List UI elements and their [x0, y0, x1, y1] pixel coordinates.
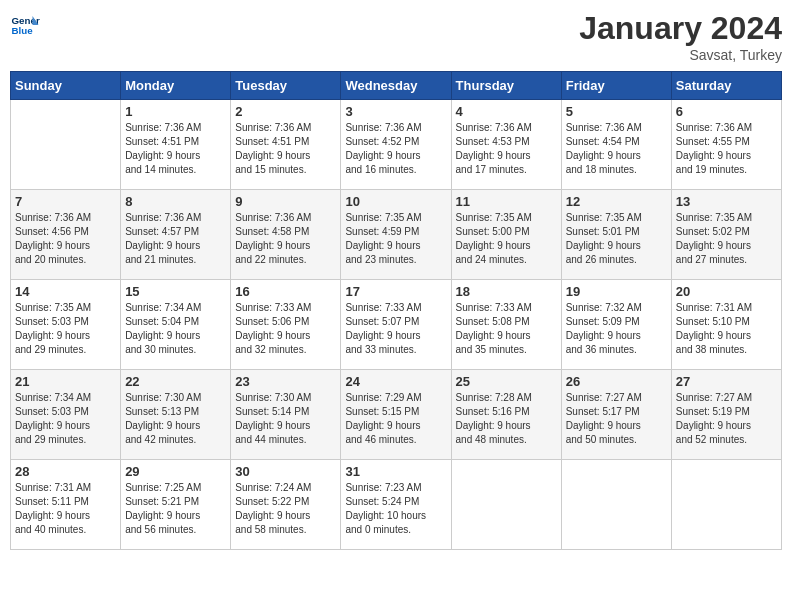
calendar-cell: 27Sunrise: 7:27 AM Sunset: 5:19 PM Dayli… [671, 370, 781, 460]
day-number: 26 [566, 374, 667, 389]
day-number: 21 [15, 374, 116, 389]
day-info: Sunrise: 7:25 AM Sunset: 5:21 PM Dayligh… [125, 481, 226, 537]
calendar-cell [561, 460, 671, 550]
calendar-cell: 29Sunrise: 7:25 AM Sunset: 5:21 PM Dayli… [121, 460, 231, 550]
day-number: 14 [15, 284, 116, 299]
day-number: 18 [456, 284, 557, 299]
day-info: Sunrise: 7:34 AM Sunset: 5:04 PM Dayligh… [125, 301, 226, 357]
day-info: Sunrise: 7:30 AM Sunset: 5:14 PM Dayligh… [235, 391, 336, 447]
day-info: Sunrise: 7:35 AM Sunset: 5:03 PM Dayligh… [15, 301, 116, 357]
calendar-cell: 3Sunrise: 7:36 AM Sunset: 4:52 PM Daylig… [341, 100, 451, 190]
day-number: 29 [125, 464, 226, 479]
day-info: Sunrise: 7:33 AM Sunset: 5:06 PM Dayligh… [235, 301, 336, 357]
day-number: 1 [125, 104, 226, 119]
day-number: 4 [456, 104, 557, 119]
calendar-cell [451, 460, 561, 550]
calendar-week-row: 1Sunrise: 7:36 AM Sunset: 4:51 PM Daylig… [11, 100, 782, 190]
day-number: 5 [566, 104, 667, 119]
calendar-cell: 22Sunrise: 7:30 AM Sunset: 5:13 PM Dayli… [121, 370, 231, 460]
day-info: Sunrise: 7:35 AM Sunset: 5:02 PM Dayligh… [676, 211, 777, 267]
calendar-cell: 7Sunrise: 7:36 AM Sunset: 4:56 PM Daylig… [11, 190, 121, 280]
calendar-cell: 28Sunrise: 7:31 AM Sunset: 5:11 PM Dayli… [11, 460, 121, 550]
svg-text:Blue: Blue [12, 25, 34, 36]
day-number: 17 [345, 284, 446, 299]
day-info: Sunrise: 7:29 AM Sunset: 5:15 PM Dayligh… [345, 391, 446, 447]
day-number: 16 [235, 284, 336, 299]
weekday-header: Monday [121, 72, 231, 100]
calendar-cell: 1Sunrise: 7:36 AM Sunset: 4:51 PM Daylig… [121, 100, 231, 190]
calendar-cell: 16Sunrise: 7:33 AM Sunset: 5:06 PM Dayli… [231, 280, 341, 370]
day-info: Sunrise: 7:36 AM Sunset: 4:55 PM Dayligh… [676, 121, 777, 177]
day-info: Sunrise: 7:36 AM Sunset: 4:56 PM Dayligh… [15, 211, 116, 267]
day-number: 13 [676, 194, 777, 209]
day-number: 30 [235, 464, 336, 479]
weekday-header: Wednesday [341, 72, 451, 100]
day-info: Sunrise: 7:30 AM Sunset: 5:13 PM Dayligh… [125, 391, 226, 447]
day-info: Sunrise: 7:36 AM Sunset: 4:57 PM Dayligh… [125, 211, 226, 267]
day-number: 22 [125, 374, 226, 389]
day-number: 7 [15, 194, 116, 209]
calendar-cell: 30Sunrise: 7:24 AM Sunset: 5:22 PM Dayli… [231, 460, 341, 550]
day-number: 11 [456, 194, 557, 209]
logo: General Blue [10, 10, 40, 40]
weekday-header: Tuesday [231, 72, 341, 100]
calendar-cell: 18Sunrise: 7:33 AM Sunset: 5:08 PM Dayli… [451, 280, 561, 370]
day-info: Sunrise: 7:34 AM Sunset: 5:03 PM Dayligh… [15, 391, 116, 447]
calendar-cell: 14Sunrise: 7:35 AM Sunset: 5:03 PM Dayli… [11, 280, 121, 370]
calendar-week-row: 28Sunrise: 7:31 AM Sunset: 5:11 PM Dayli… [11, 460, 782, 550]
calendar-week-row: 14Sunrise: 7:35 AM Sunset: 5:03 PM Dayli… [11, 280, 782, 370]
weekday-header: Thursday [451, 72, 561, 100]
calendar-cell: 19Sunrise: 7:32 AM Sunset: 5:09 PM Dayli… [561, 280, 671, 370]
weekday-header: Sunday [11, 72, 121, 100]
day-number: 31 [345, 464, 446, 479]
day-info: Sunrise: 7:28 AM Sunset: 5:16 PM Dayligh… [456, 391, 557, 447]
day-number: 23 [235, 374, 336, 389]
calendar-cell: 9Sunrise: 7:36 AM Sunset: 4:58 PM Daylig… [231, 190, 341, 280]
day-info: Sunrise: 7:27 AM Sunset: 5:19 PM Dayligh… [676, 391, 777, 447]
day-info: Sunrise: 7:33 AM Sunset: 5:07 PM Dayligh… [345, 301, 446, 357]
day-info: Sunrise: 7:36 AM Sunset: 4:58 PM Dayligh… [235, 211, 336, 267]
calendar-cell [671, 460, 781, 550]
day-number: 24 [345, 374, 446, 389]
calendar-cell: 5Sunrise: 7:36 AM Sunset: 4:54 PM Daylig… [561, 100, 671, 190]
day-number: 10 [345, 194, 446, 209]
day-info: Sunrise: 7:24 AM Sunset: 5:22 PM Dayligh… [235, 481, 336, 537]
day-info: Sunrise: 7:36 AM Sunset: 4:53 PM Dayligh… [456, 121, 557, 177]
calendar-cell: 10Sunrise: 7:35 AM Sunset: 4:59 PM Dayli… [341, 190, 451, 280]
day-number: 8 [125, 194, 226, 209]
day-info: Sunrise: 7:36 AM Sunset: 4:51 PM Dayligh… [125, 121, 226, 177]
calendar-cell: 11Sunrise: 7:35 AM Sunset: 5:00 PM Dayli… [451, 190, 561, 280]
day-info: Sunrise: 7:36 AM Sunset: 4:54 PM Dayligh… [566, 121, 667, 177]
day-number: 28 [15, 464, 116, 479]
weekday-header-row: SundayMondayTuesdayWednesdayThursdayFrid… [11, 72, 782, 100]
title-area: January 2024 Savsat, Turkey [579, 10, 782, 63]
calendar-cell: 2Sunrise: 7:36 AM Sunset: 4:51 PM Daylig… [231, 100, 341, 190]
day-number: 20 [676, 284, 777, 299]
day-info: Sunrise: 7:33 AM Sunset: 5:08 PM Dayligh… [456, 301, 557, 357]
day-info: Sunrise: 7:35 AM Sunset: 5:01 PM Dayligh… [566, 211, 667, 267]
calendar-cell: 6Sunrise: 7:36 AM Sunset: 4:55 PM Daylig… [671, 100, 781, 190]
page-header: General Blue January 2024 Savsat, Turkey [10, 10, 782, 63]
day-info: Sunrise: 7:36 AM Sunset: 4:51 PM Dayligh… [235, 121, 336, 177]
calendar-cell: 21Sunrise: 7:34 AM Sunset: 5:03 PM Dayli… [11, 370, 121, 460]
day-number: 15 [125, 284, 226, 299]
weekday-header: Saturday [671, 72, 781, 100]
day-number: 19 [566, 284, 667, 299]
day-info: Sunrise: 7:35 AM Sunset: 5:00 PM Dayligh… [456, 211, 557, 267]
day-number: 6 [676, 104, 777, 119]
calendar-week-row: 7Sunrise: 7:36 AM Sunset: 4:56 PM Daylig… [11, 190, 782, 280]
day-info: Sunrise: 7:36 AM Sunset: 4:52 PM Dayligh… [345, 121, 446, 177]
calendar-cell: 23Sunrise: 7:30 AM Sunset: 5:14 PM Dayli… [231, 370, 341, 460]
calendar-cell: 20Sunrise: 7:31 AM Sunset: 5:10 PM Dayli… [671, 280, 781, 370]
calendar-cell: 26Sunrise: 7:27 AM Sunset: 5:17 PM Dayli… [561, 370, 671, 460]
calendar-cell: 8Sunrise: 7:36 AM Sunset: 4:57 PM Daylig… [121, 190, 231, 280]
day-number: 2 [235, 104, 336, 119]
location-subtitle: Savsat, Turkey [579, 47, 782, 63]
day-info: Sunrise: 7:31 AM Sunset: 5:11 PM Dayligh… [15, 481, 116, 537]
day-number: 3 [345, 104, 446, 119]
calendar-cell: 24Sunrise: 7:29 AM Sunset: 5:15 PM Dayli… [341, 370, 451, 460]
day-number: 25 [456, 374, 557, 389]
calendar-week-row: 21Sunrise: 7:34 AM Sunset: 5:03 PM Dayli… [11, 370, 782, 460]
calendar-cell: 12Sunrise: 7:35 AM Sunset: 5:01 PM Dayli… [561, 190, 671, 280]
month-title: January 2024 [579, 10, 782, 47]
